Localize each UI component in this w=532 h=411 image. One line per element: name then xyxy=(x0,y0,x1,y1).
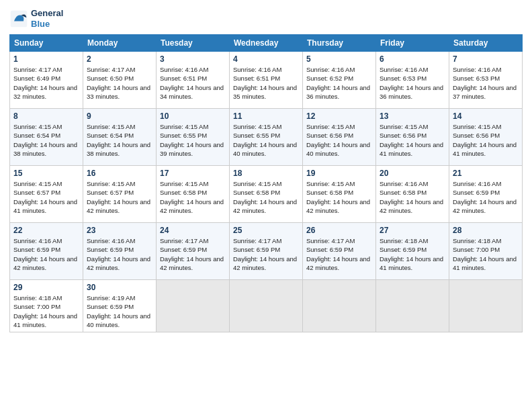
table-cell: 9 Sunrise: 4:15 AM Sunset: 6:54 PM Dayli… xyxy=(83,109,157,166)
cell-text: Sunrise: 4:18 AM Sunset: 7:00 PM Dayligh… xyxy=(453,236,519,272)
cell-text: Sunrise: 4:15 AM Sunset: 6:54 PM Dayligh… xyxy=(87,122,152,158)
table-cell: 24 Sunrise: 4:17 AM Sunset: 6:59 PM Dayl… xyxy=(157,223,230,280)
cell-text: Sunrise: 4:15 AM Sunset: 6:57 PM Dayligh… xyxy=(87,179,152,215)
cell-text: Sunrise: 4:18 AM Sunset: 6:59 PM Dayligh… xyxy=(380,236,445,272)
table-cell: 20 Sunrise: 4:16 AM Sunset: 6:58 PM Dayl… xyxy=(376,166,449,223)
logo-text: General Blue xyxy=(31,8,63,29)
table-cell: 28 Sunrise: 4:18 AM Sunset: 7:00 PM Dayl… xyxy=(449,223,523,280)
table-cell: 10 Sunrise: 4:15 AM Sunset: 6:55 PM Dayl… xyxy=(157,109,230,166)
col-tuesday: Tuesday xyxy=(157,35,230,52)
table-cell: 25 Sunrise: 4:17 AM Sunset: 6:59 PM Dayl… xyxy=(230,223,303,280)
day-number: 13 xyxy=(380,111,445,121)
header: General Blue xyxy=(9,8,523,29)
day-number: 10 xyxy=(160,111,226,121)
table-cell: 2 Sunrise: 4:17 AM Sunset: 6:50 PM Dayli… xyxy=(83,52,157,109)
day-number: 7 xyxy=(453,54,519,64)
day-number: 12 xyxy=(306,111,372,121)
day-number: 14 xyxy=(453,111,519,121)
cell-text: Sunrise: 4:17 AM Sunset: 6:59 PM Dayligh… xyxy=(306,236,372,272)
day-number: 22 xyxy=(13,226,79,235)
day-number: 8 xyxy=(13,111,79,121)
header-row: Sunday Monday Tuesday Wednesday Thursday… xyxy=(10,35,523,52)
table-cell xyxy=(157,280,230,332)
col-thursday: Thursday xyxy=(303,35,376,52)
cell-text: Sunrise: 4:16 AM Sunset: 6:53 PM Dayligh… xyxy=(453,65,519,101)
table-cell: 30 Sunrise: 4:19 AM Sunset: 6:59 PM Dayl… xyxy=(83,280,157,332)
day-number: 26 xyxy=(306,226,372,235)
cell-text: Sunrise: 4:15 AM Sunset: 6:55 PM Dayligh… xyxy=(160,122,226,158)
cell-text: Sunrise: 4:15 AM Sunset: 6:57 PM Dayligh… xyxy=(13,179,79,215)
day-number: 15 xyxy=(13,169,79,178)
cell-text: Sunrise: 4:16 AM Sunset: 6:59 PM Dayligh… xyxy=(87,236,152,272)
cell-text: Sunrise: 4:15 AM Sunset: 6:58 PM Dayligh… xyxy=(160,179,226,215)
col-friday: Friday xyxy=(376,35,449,52)
cell-text: Sunrise: 4:15 AM Sunset: 6:58 PM Dayligh… xyxy=(306,179,372,215)
cell-text: Sunrise: 4:15 AM Sunset: 6:54 PM Dayligh… xyxy=(13,122,79,158)
table-cell: 7 Sunrise: 4:16 AM Sunset: 6:53 PM Dayli… xyxy=(449,52,523,109)
cell-text: Sunrise: 4:15 AM Sunset: 6:56 PM Dayligh… xyxy=(380,122,445,158)
table-cell: 15 Sunrise: 4:15 AM Sunset: 6:57 PM Dayl… xyxy=(10,166,83,223)
cell-text: Sunrise: 4:16 AM Sunset: 6:59 PM Dayligh… xyxy=(453,179,519,215)
cell-text: Sunrise: 4:15 AM Sunset: 6:55 PM Dayligh… xyxy=(233,122,299,158)
day-number: 11 xyxy=(233,111,299,121)
cell-text: Sunrise: 4:16 AM Sunset: 6:51 PM Dayligh… xyxy=(233,65,299,101)
table-cell: 8 Sunrise: 4:15 AM Sunset: 6:54 PM Dayli… xyxy=(10,109,83,166)
table-cell: 22 Sunrise: 4:16 AM Sunset: 6:59 PM Dayl… xyxy=(10,223,83,280)
day-number: 30 xyxy=(87,283,152,292)
day-number: 3 xyxy=(160,54,226,64)
table-cell: 23 Sunrise: 4:16 AM Sunset: 6:59 PM Dayl… xyxy=(83,223,157,280)
day-number: 23 xyxy=(87,226,152,235)
day-number: 17 xyxy=(160,169,226,178)
cell-text: Sunrise: 4:17 AM Sunset: 6:50 PM Dayligh… xyxy=(87,65,152,101)
cell-text: Sunrise: 4:16 AM Sunset: 6:59 PM Dayligh… xyxy=(13,236,79,272)
day-number: 1 xyxy=(13,54,79,64)
table-cell xyxy=(230,280,303,332)
day-number: 24 xyxy=(160,226,226,235)
day-number: 18 xyxy=(233,169,299,178)
table-cell xyxy=(303,280,376,332)
day-number: 20 xyxy=(380,169,445,178)
table-cell: 4 Sunrise: 4:16 AM Sunset: 6:51 PM Dayli… xyxy=(230,52,303,109)
table-cell: 19 Sunrise: 4:15 AM Sunset: 6:58 PM Dayl… xyxy=(303,166,376,223)
cell-text: Sunrise: 4:17 AM Sunset: 6:59 PM Dayligh… xyxy=(160,236,226,272)
table-cell: 1 Sunrise: 4:17 AM Sunset: 6:49 PM Dayli… xyxy=(10,52,83,109)
col-saturday: Saturday xyxy=(449,35,523,52)
table-cell xyxy=(376,280,449,332)
cell-text: Sunrise: 4:15 AM Sunset: 6:58 PM Dayligh… xyxy=(233,179,299,215)
cell-text: Sunrise: 4:18 AM Sunset: 7:00 PM Dayligh… xyxy=(13,293,79,329)
table-cell: 13 Sunrise: 4:15 AM Sunset: 6:56 PM Dayl… xyxy=(376,109,449,166)
calendar-table: Sunday Monday Tuesday Wednesday Thursday… xyxy=(9,34,523,332)
table-cell: 17 Sunrise: 4:15 AM Sunset: 6:58 PM Dayl… xyxy=(157,166,230,223)
cell-text: Sunrise: 4:16 AM Sunset: 6:53 PM Dayligh… xyxy=(380,65,445,101)
day-number: 5 xyxy=(306,54,372,64)
cell-text: Sunrise: 4:17 AM Sunset: 6:59 PM Dayligh… xyxy=(233,236,299,272)
logo: General Blue xyxy=(9,8,63,29)
cell-text: Sunrise: 4:16 AM Sunset: 6:52 PM Dayligh… xyxy=(306,65,372,101)
day-number: 27 xyxy=(380,226,445,235)
table-cell: 3 Sunrise: 4:16 AM Sunset: 6:51 PM Dayli… xyxy=(157,52,230,109)
table-cell: 26 Sunrise: 4:17 AM Sunset: 6:59 PM Dayl… xyxy=(303,223,376,280)
cell-text: Sunrise: 4:19 AM Sunset: 6:59 PM Dayligh… xyxy=(87,293,152,329)
page: General Blue Sunday Monday Tuesday Wedne… xyxy=(0,0,532,411)
day-number: 2 xyxy=(87,54,152,64)
day-number: 4 xyxy=(233,54,299,64)
col-monday: Monday xyxy=(83,35,157,52)
table-cell: 21 Sunrise: 4:16 AM Sunset: 6:59 PM Dayl… xyxy=(449,166,523,223)
day-number: 28 xyxy=(453,226,519,235)
table-cell: 29 Sunrise: 4:18 AM Sunset: 7:00 PM Dayl… xyxy=(10,280,83,332)
table-cell: 27 Sunrise: 4:18 AM Sunset: 6:59 PM Dayl… xyxy=(376,223,449,280)
day-number: 19 xyxy=(306,169,372,178)
table-cell: 6 Sunrise: 4:16 AM Sunset: 6:53 PM Dayli… xyxy=(376,52,449,109)
table-cell: 18 Sunrise: 4:15 AM Sunset: 6:58 PM Dayl… xyxy=(230,166,303,223)
cell-text: Sunrise: 4:17 AM Sunset: 6:49 PM Dayligh… xyxy=(13,65,79,101)
day-number: 21 xyxy=(453,169,519,178)
logo-icon xyxy=(9,9,28,28)
day-number: 16 xyxy=(87,169,152,178)
col-sunday: Sunday xyxy=(10,35,83,52)
cell-text: Sunrise: 4:16 AM Sunset: 6:51 PM Dayligh… xyxy=(160,65,226,101)
cell-text: Sunrise: 4:16 AM Sunset: 6:58 PM Dayligh… xyxy=(380,179,445,215)
table-cell: 16 Sunrise: 4:15 AM Sunset: 6:57 PM Dayl… xyxy=(83,166,157,223)
table-cell: 12 Sunrise: 4:15 AM Sunset: 6:56 PM Dayl… xyxy=(303,109,376,166)
table-cell: 14 Sunrise: 4:15 AM Sunset: 6:56 PM Dayl… xyxy=(449,109,523,166)
table-cell: 11 Sunrise: 4:15 AM Sunset: 6:55 PM Dayl… xyxy=(230,109,303,166)
